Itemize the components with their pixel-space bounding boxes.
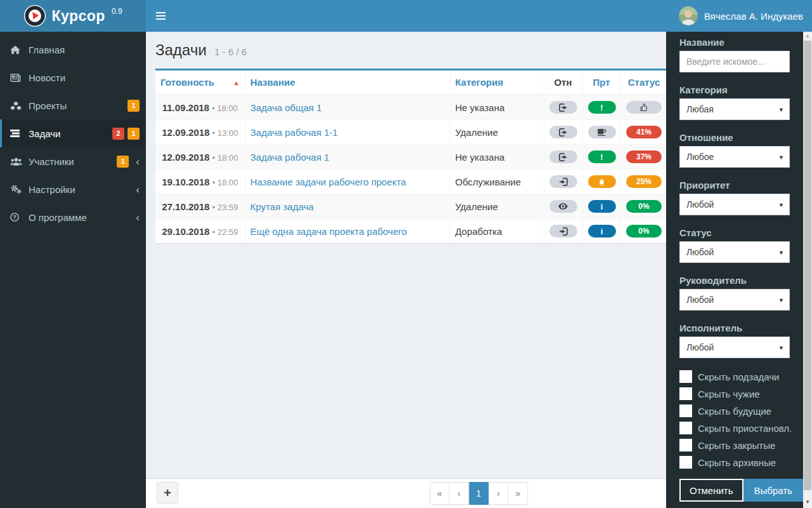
checkbox[interactable] bbox=[679, 422, 692, 434]
sort-asc-icon: ▲ bbox=[233, 79, 240, 86]
page-number-button[interactable]: 1 bbox=[469, 482, 489, 505]
sidebar-item-label: О программе bbox=[29, 212, 87, 223]
apply-button[interactable]: Выбрать bbox=[743, 479, 803, 502]
page-prev-button[interactable]: ‹ bbox=[450, 482, 469, 505]
filter-select-priority[interactable]: Любой▼ bbox=[679, 194, 790, 215]
page-first-button[interactable]: « bbox=[430, 482, 450, 505]
filter-group-status: СтатусЛюбой▼ bbox=[679, 227, 790, 263]
chevron-left-icon: ‹ bbox=[136, 212, 140, 223]
scrollbar[interactable]: ▲ ▼ bbox=[803, 32, 812, 508]
sidebar-item-news[interactable]: Новости bbox=[0, 64, 146, 91]
task-date: 11.09.2018 bbox=[162, 102, 209, 113]
page-title: Задачи bbox=[155, 41, 207, 58]
caret-down-icon: ▼ bbox=[778, 202, 784, 208]
task-priority-cell bbox=[582, 120, 620, 145]
task-relation-cell bbox=[544, 170, 582, 194]
priority-symbol: i bbox=[601, 227, 603, 236]
sign-out-icon bbox=[559, 128, 568, 137]
sidebar-item-label: Главная bbox=[29, 44, 65, 55]
task-status-cell: 37% bbox=[620, 145, 667, 170]
task-link[interactable]: Задача рабочая 1-1 bbox=[251, 127, 338, 138]
caret-down-icon: ▼ bbox=[778, 345, 784, 351]
task-relation-cell bbox=[544, 95, 582, 120]
scrollbar-thumb[interactable] bbox=[804, 41, 811, 490]
badge: 1 bbox=[117, 156, 129, 168]
badge: 1 bbox=[128, 100, 140, 112]
column-header-2[interactable]: Категория bbox=[450, 70, 544, 95]
checkbox[interactable] bbox=[679, 370, 692, 383]
priority-badge bbox=[588, 175, 616, 188]
task-time: • 13:00 bbox=[213, 128, 239, 138]
checkbox[interactable] bbox=[679, 404, 692, 417]
filter-checkbox-row-3: Скрыть приостановл. bbox=[679, 422, 790, 434]
scroll-up-arrow-icon[interactable]: ▲ bbox=[803, 32, 812, 41]
task-relation-cell bbox=[544, 145, 582, 170]
column-header-5[interactable]: Статус bbox=[620, 70, 667, 95]
add-task-button[interactable]: + bbox=[157, 482, 178, 504]
status-badge: 0% bbox=[626, 225, 662, 237]
selected-value: Любой bbox=[686, 295, 714, 305]
filter-select-relation[interactable]: Любое▼ bbox=[679, 146, 790, 168]
filter-checkbox-row-5: Скрыть архивные bbox=[679, 456, 790, 469]
badge: 1 bbox=[128, 128, 140, 140]
filter-group-name: Название bbox=[679, 37, 790, 72]
task-priority-cell bbox=[582, 170, 620, 194]
task-priority-cell: i bbox=[582, 219, 620, 244]
sidebar-item-tasks[interactable]: Задачи21 bbox=[0, 119, 146, 147]
checkbox-label: Скрыть чужие bbox=[698, 389, 760, 399]
checkbox[interactable] bbox=[679, 439, 692, 451]
filter-select-status[interactable]: Любой▼ bbox=[679, 241, 790, 263]
sidebar-toggle-button[interactable] bbox=[146, 0, 175, 32]
checkbox-label: Скрыть подзадачи bbox=[698, 371, 779, 382]
relation-badge bbox=[549, 175, 577, 188]
column-header-0[interactable]: Готовность▲ bbox=[155, 70, 245, 95]
app-logo[interactable]: Курсор 0.9 bbox=[0, 0, 146, 32]
sidebar-item-extras: ‹ bbox=[132, 184, 140, 195]
task-priority-cell: ! bbox=[582, 95, 620, 120]
filter-select-executor[interactable]: Любой▼ bbox=[679, 337, 790, 358]
task-link[interactable]: Ещё одна задача проекта рабочего bbox=[251, 226, 407, 237]
sign-out-icon bbox=[559, 153, 568, 161]
checkbox[interactable] bbox=[679, 456, 692, 469]
task-deadline: 11.09.2018 • 18:00 bbox=[155, 95, 245, 120]
task-link[interactable]: Название задачи рабочего проекта bbox=[251, 177, 407, 187]
cancel-button[interactable]: Отменить bbox=[679, 479, 743, 502]
sidebar-item-projects[interactable]: Проекты1 bbox=[0, 91, 146, 119]
search-input[interactable] bbox=[679, 51, 790, 72]
checkbox[interactable] bbox=[679, 387, 692, 400]
task-date: 12.09.2018 bbox=[162, 152, 209, 163]
cubes-icon bbox=[10, 102, 22, 110]
status-percent: 0% bbox=[638, 203, 649, 210]
selected-value: Любой bbox=[686, 199, 714, 210]
sidebar-item-settings[interactable]: Настройки‹ bbox=[0, 175, 146, 203]
filter-select-manager[interactable]: Любой▼ bbox=[679, 289, 790, 311]
chevron-left-icon: ‹ bbox=[136, 184, 140, 195]
task-link[interactable]: Крутая задача bbox=[251, 201, 314, 212]
selected-value: Любой bbox=[686, 247, 714, 257]
column-header-4[interactable]: Прт bbox=[582, 70, 620, 95]
priority-badge: i bbox=[588, 200, 616, 213]
task-link[interactable]: Задача общая 1 bbox=[251, 102, 322, 113]
column-header-1[interactable]: Название bbox=[245, 70, 450, 95]
status-percent: 41% bbox=[636, 128, 652, 136]
task-category: Не указана bbox=[450, 95, 544, 120]
left-sidebar: ГлавнаяНовостиПроекты1Задачи21Участники1… bbox=[0, 32, 146, 508]
priority-badge: ! bbox=[588, 150, 616, 163]
user-menu[interactable]: Вячеслав А. Индукаев bbox=[679, 0, 812, 32]
filter-select-category[interactable]: Любая▼ bbox=[679, 98, 790, 120]
sidebar-menu: ГлавнаяНовостиПроекты1Задачи21Участники1… bbox=[0, 36, 146, 231]
page-next-button[interactable]: › bbox=[489, 482, 509, 505]
scroll-down-arrow-icon[interactable]: ▼ bbox=[803, 498, 812, 507]
task-name-cell: Задача рабочая 1-1 bbox=[245, 120, 450, 145]
task-deadline: 12.09.2018 • 18:00 bbox=[155, 145, 245, 170]
sidebar-item-about[interactable]: ?О программе‹ bbox=[0, 203, 146, 231]
filter-label-status: Статус bbox=[679, 227, 790, 238]
sidebar-item-members[interactable]: Участники1‹ bbox=[0, 147, 146, 175]
sidebar-item-home[interactable]: Главная bbox=[0, 36, 146, 64]
tasks-icon bbox=[10, 130, 20, 137]
newspaper-icon bbox=[10, 74, 21, 82]
page-last-button[interactable]: » bbox=[509, 482, 528, 505]
priority-symbol: ! bbox=[600, 153, 603, 161]
filter-checkbox-row-4: Скрыть закрытые bbox=[679, 439, 790, 451]
task-link[interactable]: Задача рабочая 1 bbox=[251, 152, 330, 163]
